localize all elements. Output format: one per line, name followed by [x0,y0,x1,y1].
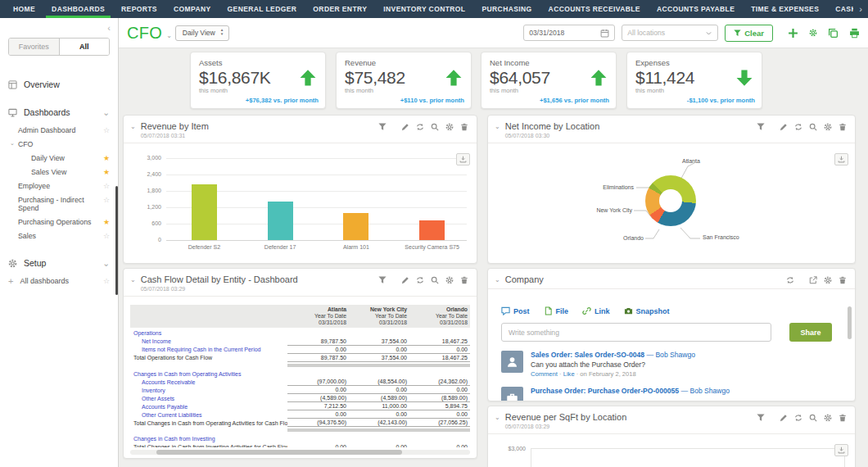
gear-icon[interactable] [824,123,832,131]
sidebar-scrollbar[interactable] [115,186,118,295]
post-input[interactable]: Write something [501,323,771,342]
chevron-down-icon[interactable]: ⌄ [102,107,110,117]
search-icon[interactable] [809,414,817,422]
gear-icon[interactable] [445,123,454,131]
trash-icon[interactable] [839,276,847,284]
refresh-icon[interactable] [416,123,424,131]
star-filled-icon[interactable]: ★ [103,154,110,162]
settings-button[interactable] [809,29,817,37]
tab-all[interactable]: All [59,39,110,55]
search-icon[interactable] [431,123,439,131]
row-link[interactable]: Operations [130,330,287,338]
download-chart-button[interactable] [834,444,848,456]
comment-link[interactable]: Comment [531,370,558,378]
tab-favorites[interactable]: Favorites [9,39,59,55]
filter-icon[interactable] [757,123,765,131]
sidebar-item-sales-view[interactable]: Sales View★ [0,165,118,179]
download-chart-button[interactable] [456,153,470,165]
composer-tab-link[interactable]: Link [582,306,610,315]
composer-tab-post[interactable]: Post [501,306,530,315]
composer-tab-file[interactable]: File [544,306,569,315]
row-link[interactable]: Changes in Cash from Operating Activitie… [130,371,287,379]
nav-item-company[interactable]: COMPANY [165,0,219,18]
star-outline-icon[interactable]: ☆ [103,196,110,204]
sidebar-item-overview[interactable]: Overview [0,74,118,95]
collapse-chevron-icon[interactable]: ⌄ [130,123,136,130]
sidebar-item-setup[interactable]: Setup ⌄ [0,252,118,274]
sidebar-item-admin-dashboard[interactable]: Admin Dashboard☆ [0,123,118,137]
search-icon[interactable] [809,123,817,131]
collapse-chevron-icon[interactable]: ⌄ [130,276,136,283]
calendar-icon[interactable] [600,29,609,38]
row-link[interactable]: Inventory [130,388,287,395]
edit-icon[interactable] [780,414,788,422]
bar-security-camera-s75[interactable] [419,220,445,240]
nav-item-dashboards[interactable]: DASHBOARDS [43,0,113,18]
view-select[interactable]: Daily View ▲▼ [175,25,230,41]
nav-item-home[interactable]: HOME [5,0,43,18]
gear-icon[interactable] [824,276,832,284]
star-outline-icon[interactable]: ☆ [103,277,110,285]
collapse-chevron-icon[interactable]: ⌄ [495,276,500,283]
refresh-icon[interactable] [416,276,424,284]
nav-item-reports[interactable]: REPORTS [113,0,165,18]
sidebar-item-dashboards[interactable]: Dashboards ⌄ [0,102,118,123]
download-chart-button[interactable] [834,153,848,165]
feed-item-title[interactable]: Purchase Order: Purchase Order-PO-000055… [531,387,730,396]
external-link-icon[interactable] [809,276,817,284]
filter-icon[interactable] [378,276,387,284]
feed-item-title[interactable]: Sales Order: Sales Order-SO-0048 — Bob S… [531,351,695,360]
vertical-scrollbar-thumb[interactable] [848,306,852,339]
trash-icon[interactable] [839,414,847,422]
star-outline-icon[interactable]: ☆ [103,232,110,240]
nav-item-order-entry[interactable]: ORDER ENTRY [305,0,375,18]
filter-icon[interactable] [757,414,765,422]
sidebar-collapse-icon[interactable]: ‹ [107,23,111,33]
nav-item-inventory-control[interactable]: INVENTORY CONTROL [375,0,473,18]
sidebar-item-all-dashboards[interactable]: + All dashboards ☆ [0,274,118,291]
nav-item-accounts-receivable[interactable]: ACCOUNTS RECEIVABLE [540,0,649,18]
row-link[interactable]: Other Assets [130,396,287,403]
nav-item-purchasing[interactable]: PURCHASING [473,0,540,18]
bar-defender-s2[interactable] [192,184,217,240]
sidebar-item-cfo[interactable]: ⌄CFO [0,137,118,151]
star-outline-icon[interactable]: ☆ [103,182,110,190]
locations-select[interactable]: All locations [622,25,718,41]
row-link[interactable]: Other Current Liabilities [130,412,287,419]
row-link[interactable]: Items not Requiring Cash in the Current … [130,347,287,354]
scrollbar-thumb[interactable] [156,450,402,455]
edit-icon[interactable] [401,276,409,284]
sidebar-item-purchasing-indirect-spend[interactable]: Purchasing - Indirect Spend☆ [0,193,118,215]
edit-icon[interactable] [780,123,788,131]
sidebar-item-daily-view[interactable]: Daily View★ [0,151,118,165]
date-input[interactable]: 03/31/2018 [523,25,615,41]
trash-icon[interactable] [460,276,468,284]
chevron-down-icon[interactable]: ⌄ [166,32,172,39]
row-link[interactable]: Accounts Payable [130,404,287,411]
bar-alarm-101[interactable] [343,213,368,240]
nav-item-time-expenses[interactable]: TIME & EXPENSES [743,0,827,18]
row-link[interactable]: Changes in Cash from Investing [130,436,287,443]
collapse-chevron-icon[interactable]: ⌄ [495,414,500,421]
composer-tab-snapshot[interactable]: Snapshot [624,306,670,315]
sidebar-item-purchasing-operations[interactable]: Purchasing Operations★ [0,215,118,229]
donut[interactable] [645,175,696,226]
trash-icon[interactable] [839,123,847,131]
nav-overflow-arrow[interactable]: › [853,0,868,18]
edit-icon[interactable] [401,123,409,131]
gear-icon[interactable] [445,276,454,284]
refresh-icon[interactable] [794,123,802,131]
gear-icon[interactable] [824,414,832,422]
share-button[interactable]: Share [789,323,832,342]
chevron-down-icon[interactable]: ⌄ [102,258,110,268]
nav-item-cash-management[interactable]: CASH MANAGEMENT [827,0,853,18]
nav-item-general-ledger[interactable]: GENERAL LEDGER [219,0,305,18]
bar-defender-17[interactable] [268,202,293,240]
nav-item-accounts-payable[interactable]: ACCOUNTS PAYABLE [649,0,743,18]
star-filled-icon[interactable]: ★ [103,168,110,176]
star-outline-icon[interactable]: ☆ [103,126,110,134]
search-icon[interactable] [431,276,439,284]
row-link[interactable]: Accounts Receivable [130,379,287,387]
refresh-icon[interactable] [786,276,794,284]
collapse-chevron-icon[interactable]: ⌄ [495,123,500,130]
